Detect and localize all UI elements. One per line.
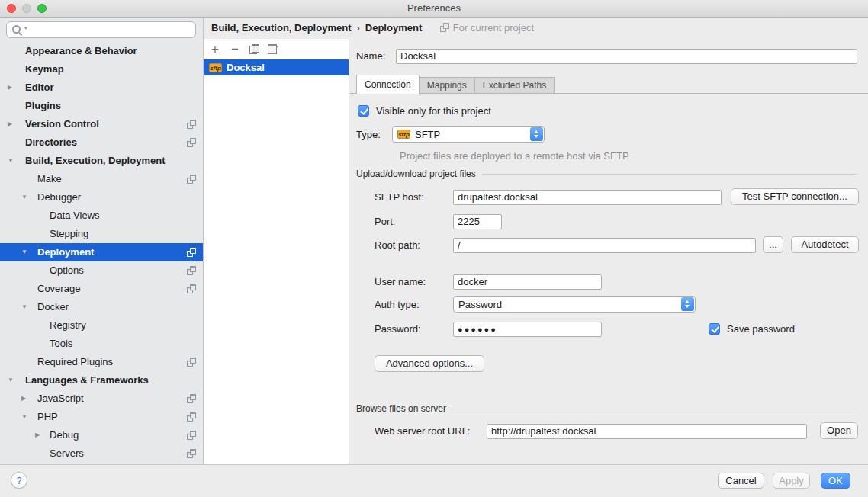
advanced-options-button[interactable]: Advanced options... — [375, 355, 484, 372]
sidebar-item-editor[interactable]: ▶Editor — [0, 79, 203, 97]
sidebar-item-deployment[interactable]: ▼Deployment — [0, 243, 203, 261]
sidebar-item-label: Docker — [0, 298, 203, 316]
per-project-icon — [187, 358, 196, 367]
per-project-icon — [440, 23, 449, 32]
sidebar-item-label: Appearance & Behavior — [0, 42, 203, 60]
title-bar: Preferences — [0, 0, 868, 18]
sidebar-item-registry[interactable]: Registry — [0, 316, 203, 335]
sidebar-item-plugins[interactable]: Plugins — [0, 97, 203, 115]
sidebar-item-php[interactable]: ▼PHP — [0, 408, 203, 426]
breadcrumb: Build, Execution, Deployment›Deployment … — [204, 18, 868, 39]
sidebar-item-stepping[interactable]: Stepping — [0, 225, 203, 243]
chevron-right-icon[interactable]: ▶ — [8, 79, 12, 97]
sidebar-item-tools[interactable]: Tools — [0, 335, 203, 353]
sidebar-item-version-control[interactable]: ▶Version Control — [0, 115, 203, 133]
sidebar-item-label: PHP — [0, 408, 203, 426]
sidebar-item-label: Version Control — [0, 115, 203, 133]
breadcrumb-separator: › — [356, 22, 359, 34]
apply-button[interactable]: Apply — [773, 473, 810, 489]
sftp-icon: sftp — [209, 63, 222, 72]
user-name-input[interactable]: docker — [453, 274, 602, 290]
sidebar-item-label: Plugins — [0, 97, 203, 115]
tab-mappings[interactable]: Mappings — [420, 77, 474, 93]
per-project-icon — [187, 266, 196, 275]
type-help-text: Project files are deployed to a remote h… — [400, 150, 629, 162]
browse-root-path-button[interactable]: ... — [763, 236, 783, 253]
port-input[interactable]: 2225 — [453, 214, 502, 229]
auth-type-select[interactable]: Password — [453, 296, 696, 313]
tab-connection[interactable]: Connection — [356, 75, 420, 94]
sidebar-item-label: Servers — [0, 444, 203, 463]
sidebar-item-data-views[interactable]: Data Views — [0, 207, 203, 225]
web-root-input[interactable]: http://drupaltest.docksal — [487, 424, 807, 439]
sidebar-item-build-execution-deployment[interactable]: ▼Build, Execution, Deployment — [0, 152, 203, 170]
name-input[interactable]: Docksal — [396, 49, 857, 64]
sidebar-item-javascript[interactable]: ▶JavaScript — [0, 390, 203, 408]
sidebar-item-label: Data Views — [0, 207, 203, 225]
autodetect-button[interactable]: Autodetect — [791, 236, 859, 253]
server-list: sftpDocksal — [204, 59, 349, 75]
sidebar-item-make[interactable]: Make — [0, 170, 203, 188]
sidebar-item-appearance-behavior[interactable]: Appearance & Behavior — [0, 42, 203, 60]
use-as-default-button[interactable]: ✓ — [268, 43, 279, 55]
tab-excluded-paths[interactable]: Excluded Paths — [474, 77, 555, 93]
name-label: Name: — [356, 49, 385, 64]
combo-stepper-icon[interactable] — [530, 127, 543, 141]
close-window-button[interactable] — [7, 4, 16, 13]
zoom-window-button[interactable] — [37, 4, 47, 13]
sftp-host-input[interactable]: drupaltest.docksal — [453, 190, 722, 205]
ok-button[interactable]: OK — [821, 473, 850, 489]
per-project-icon — [187, 120, 196, 129]
sidebar-item-label: Languages & Frameworks — [0, 371, 203, 390]
sidebar-item-debug[interactable]: ▶Debug — [0, 426, 203, 444]
sidebar-item-docker[interactable]: ▼Docker — [0, 298, 203, 316]
chevron-down-icon[interactable]: ▼ — [21, 408, 27, 426]
chevron-down-icon[interactable]: ▼ — [21, 298, 27, 316]
remove-server-button[interactable]: − — [229, 42, 241, 57]
root-path-input[interactable]: / — [453, 238, 756, 253]
sidebar-item-options[interactable]: Options — [0, 261, 203, 280]
add-server-button[interactable]: + — [209, 42, 221, 57]
auth-type-value: Password — [458, 299, 695, 310]
type-select[interactable]: sftp SFTP — [392, 126, 545, 143]
server-list-toolbar: +−✓ — [204, 39, 349, 59]
search-input[interactable] — [33, 23, 192, 38]
server-list-item-docksal[interactable]: sftpDocksal — [204, 59, 349, 75]
test-sftp-connection-button[interactable]: Test SFTP connection... — [731, 188, 859, 205]
sidebar-item-label: Keymap — [0, 60, 203, 79]
minimize-window-button — [22, 4, 31, 13]
combo-stepper-icon[interactable] — [681, 297, 694, 311]
deployment-settings-panel: Name: Docksal ConnectionMappingsExcluded… — [350, 39, 868, 465]
sftp-host-label: SFTP host: — [375, 190, 424, 205]
breadcrumb-parent[interactable]: Build, Execution, Deployment — [211, 22, 351, 34]
upload-section: Upload/download project files — [356, 168, 857, 180]
open-button[interactable]: Open — [820, 422, 858, 439]
copy-server-button[interactable] — [249, 43, 260, 55]
chevron-right-icon[interactable]: ▶ — [35, 426, 40, 444]
preferences-window: Preferences ▾ Appearance & BehaviorKeyma… — [0, 0, 868, 497]
sidebar-item-debugger[interactable]: ▼Debugger — [0, 188, 203, 207]
chevron-right-icon[interactable]: ▶ — [8, 115, 12, 133]
search-options-caret-icon[interactable]: ▾ — [24, 25, 27, 31]
sidebar-item-languages-frameworks[interactable]: ▼Languages & Frameworks — [0, 371, 203, 390]
server-item-label: Docksal — [227, 62, 265, 73]
visible-only-label: Visible only for this project — [376, 105, 491, 117]
sidebar-item-servers[interactable]: Servers — [0, 444, 203, 463]
chevron-down-icon[interactable]: ▼ — [21, 188, 27, 207]
sidebar-item-coverage[interactable]: Coverage — [0, 280, 203, 298]
sidebar-item-label: Required Plugins — [0, 353, 203, 371]
chevron-down-icon[interactable]: ▼ — [21, 243, 27, 261]
chevron-right-icon[interactable]: ▶ — [21, 390, 26, 408]
cancel-button[interactable]: Cancel — [718, 473, 764, 489]
chevron-down-icon[interactable]: ▼ — [8, 371, 14, 390]
save-password-checkbox[interactable] — [709, 323, 720, 335]
sidebar-item-directories[interactable]: Directories — [0, 133, 203, 152]
help-button[interactable]: ? — [11, 472, 27, 489]
sidebar-item-keymap[interactable]: Keymap — [0, 60, 203, 79]
chevron-down-icon[interactable]: ▼ — [8, 152, 14, 170]
sidebar-item-required-plugins[interactable]: Required Plugins — [0, 353, 203, 371]
settings-search-box[interactable]: ▾ — [6, 21, 196, 38]
visible-only-checkbox[interactable] — [358, 105, 369, 117]
user-name-label: User name: — [375, 274, 426, 290]
password-input[interactable]: ●●●●●● — [453, 322, 602, 337]
